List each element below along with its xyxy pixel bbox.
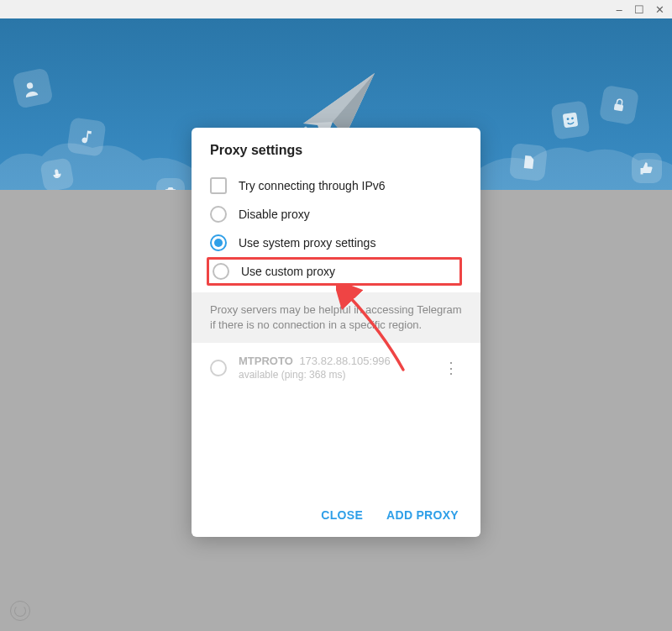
option-label: Use system proxy settings [239, 236, 375, 250]
proxy-options: Try connecting through IPv6 Disable prox… [192, 170, 480, 292]
radio-icon [210, 360, 227, 376]
more-menu-icon[interactable]: ⋮ [440, 355, 462, 381]
close-modal-button[interactable]: CLOSE [321, 508, 363, 522]
window-titlebar: ‒ ☐ ✕ [0, 0, 672, 18]
close-button[interactable]: ✕ [654, 4, 665, 15]
checkbox-icon [210, 177, 227, 194]
proxy-address: 173.82.88.105:996 [299, 355, 390, 367]
proxy-details: MTPROTO 173.82.88.105:996 available (pin… [239, 355, 428, 381]
proxy-entry[interactable]: MTPROTO 173.82.88.105:996 available (pin… [192, 343, 480, 392]
radio-icon [210, 234, 227, 251]
modal-backdrop: Proxy settings Try connecting through IP… [0, 18, 672, 631]
modal-title: Proxy settings [192, 128, 480, 170]
system-proxy-option[interactable]: Use system proxy settings [210, 229, 462, 257]
ipv6-option[interactable]: Try connecting through IPv6 [210, 171, 462, 200]
disable-proxy-option[interactable]: Disable proxy [210, 200, 462, 229]
radio-icon [210, 206, 227, 223]
option-label: Try connecting through IPv6 [239, 179, 386, 192]
proxy-info-text: Proxy servers may be helpful in accessin… [192, 292, 480, 343]
maximize-button[interactable]: ☐ [633, 4, 645, 15]
add-proxy-button[interactable]: ADD PROXY [386, 508, 459, 522]
proxy-protocol: MTPROTO [239, 355, 293, 367]
modal-footer: CLOSE ADD PROXY [192, 493, 480, 537]
minimize-button[interactable]: ‒ [613, 4, 625, 15]
radio-icon [213, 263, 229, 280]
loading-indicator-icon [10, 601, 30, 621]
proxy-settings-modal: Proxy settings Try connecting through IP… [192, 128, 480, 537]
option-label: Disable proxy [239, 208, 310, 221]
proxy-status: available (ping: 368 ms) [239, 369, 428, 381]
custom-proxy-option[interactable]: Use custom proxy [207, 257, 462, 286]
option-label: Use custom proxy [241, 265, 335, 278]
